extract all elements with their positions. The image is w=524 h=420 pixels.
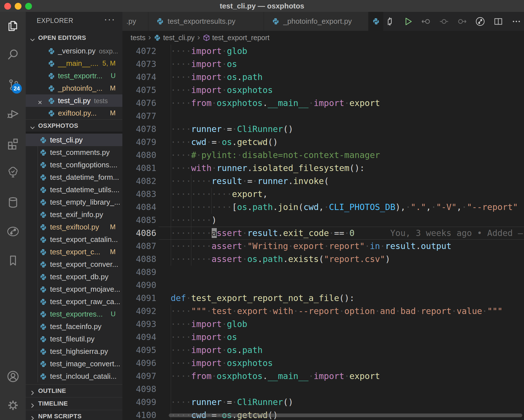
open-editor-item[interactable]: _photoinfo_...M — [26, 82, 122, 94]
code-line[interactable]: 4082········result·=·runner.invoke( — [122, 175, 524, 188]
tree-item[interactable]: test_fileutil.py — [26, 333, 122, 345]
database-icon[interactable] — [7, 196, 20, 209]
code-line[interactable]: 4090 — [122, 279, 524, 292]
tree-item[interactable]: test_image_convert... — [26, 358, 122, 370]
code-line[interactable]: 4095····import·os.path — [122, 344, 524, 357]
tree-item[interactable]: test_export_db.py — [26, 270, 122, 283]
git-graph-icon[interactable] — [7, 225, 20, 238]
tree-item[interactable]: test_export_c...M — [26, 246, 122, 258]
testing-tree-icon[interactable] — [7, 166, 20, 179]
open-editor-item[interactable]: exiftool.py...M — [26, 107, 122, 119]
open-editor-item[interactable]: test_cli.pytests — [26, 94, 122, 107]
code-line[interactable]: 4075····import·osxphotos — [122, 84, 524, 97]
tree-item[interactable]: test_empty_library_... — [26, 196, 122, 208]
tree-item[interactable]: test_configoptions.... — [26, 159, 122, 171]
code-line[interactable]: 4072····import·glob — [122, 45, 524, 58]
open-editors-header[interactable]: OPEN EDITORS — [26, 32, 122, 44]
open-editor-item[interactable]: __main__....5, M — [26, 57, 122, 70]
code-line[interactable]: 4076····from·osxphotos.__main__·import·e… — [122, 97, 524, 110]
code-line[interactable]: 4083············export, — [122, 188, 524, 201]
code-line[interactable]: 4084············[os.path.join(cwd,·CLI_P… — [122, 201, 524, 214]
code-text: ····import·glob — [171, 45, 524, 58]
code-line[interactable]: 4088········assert·os.path.exists("repor… — [122, 253, 524, 266]
section-outline[interactable]: OUTLINE — [26, 384, 122, 397]
explorer-icon[interactable] — [7, 20, 20, 33]
indent-guide — [191, 201, 191, 214]
explorer-more-actions-icon[interactable]: ··· — [104, 14, 115, 25]
extensions-icon[interactable] — [7, 137, 20, 150]
code-line[interactable]: 4089 — [122, 266, 524, 279]
tree-item[interactable]: test_exiftool.pyM — [26, 221, 122, 233]
open-editor-item[interactable]: _version.pyosxp... — [26, 45, 122, 57]
code-line[interactable]: 4096····import·osxphotos — [122, 357, 524, 370]
code-line[interactable]: 4079····cwd·=·os.getcwd() — [122, 136, 524, 149]
bookmarks-icon[interactable] — [7, 254, 20, 267]
indent-guide — [191, 253, 191, 266]
code-line[interactable]: 4074····import·os.path — [122, 71, 524, 84]
line-number: 4077 — [122, 110, 171, 123]
account-icon[interactable] — [7, 370, 20, 383]
code-line[interactable]: 4091def·test_export_report_not_a_file(): — [122, 292, 524, 305]
code-line[interactable]: 4099····runner·=·CliRunner() — [122, 396, 524, 409]
close-icon[interactable] — [37, 98, 43, 104]
code-line[interactable]: 4078····runner·=·CliRunner() — [122, 123, 524, 136]
tree-item[interactable]: test_datetime_utils.... — [26, 183, 122, 196]
python-icon — [40, 136, 47, 144]
tree-item[interactable]: test_export_mojave... — [26, 283, 122, 295]
run-python-file-icon[interactable] — [403, 16, 413, 27]
section-npm-scripts[interactable]: NPM SCRIPTS — [26, 410, 122, 420]
section-timeline[interactable]: TIMELINE — [26, 397, 122, 410]
code-line[interactable]: 4080····#·pylint:·disable=not-context-ma… — [122, 149, 524, 162]
tree-item[interactable]: test_faceinfo.py — [26, 320, 122, 333]
tree-item[interactable]: test_export_catalin... — [26, 233, 122, 246]
tab-photoinfo-export[interactable]: _photoinfo_export.py — [264, 12, 369, 31]
code-line[interactable]: 4086········assert·result.exit_code·==·0… — [122, 227, 524, 240]
source-control-icon[interactable]: 24 — [7, 78, 20, 91]
tree-item[interactable]: test_cli.py — [26, 134, 122, 146]
settings-icon[interactable] — [7, 399, 20, 412]
code-line[interactable]: 4093····import·glob — [122, 318, 524, 331]
python-icon — [48, 85, 55, 92]
more-actions-icon[interactable] — [511, 16, 521, 27]
line-number: 4072 — [122, 45, 171, 58]
nav-forward-icon[interactable] — [457, 16, 467, 27]
breadcrumb-item[interactable]: tests — [131, 34, 146, 42]
open-editor-item[interactable]: test_exportr...U — [26, 70, 122, 82]
tab-truncated[interactable]: .py — [122, 12, 148, 31]
tree-item[interactable]: test_highsierra.py — [26, 345, 122, 358]
run-debug-icon[interactable] — [7, 107, 20, 120]
code-line[interactable]: 4081····with·runner.isolated_filesystem(… — [122, 162, 524, 175]
code-line[interactable]: 4073····import·os — [122, 58, 524, 71]
horizontal-scrollbar[interactable] — [169, 413, 522, 417]
code-line[interactable]: 4094····import·os — [122, 331, 524, 344]
file-label: test_empty_library_... — [50, 196, 120, 208]
breadcrumb-item[interactable]: test_export_report — [203, 34, 270, 42]
code-line[interactable]: 4097····from·osxphotos.__main__·import·e… — [122, 370, 524, 383]
code-line[interactable]: 4085········) — [122, 214, 524, 227]
open-changes-icon[interactable] — [385, 16, 395, 27]
tab-test-exportresults[interactable]: test_exportresults.py — [148, 12, 264, 31]
code-line[interactable]: 4098 — [122, 383, 524, 396]
gitlens-icon[interactable] — [475, 16, 485, 27]
nav-back-icon[interactable] — [421, 16, 431, 27]
breadcrumb-item[interactable]: test_cli.py — [154, 34, 194, 42]
tab-test-cli-active[interactable] — [369, 12, 383, 31]
tree-item[interactable]: test_exif_info.py — [26, 208, 122, 221]
nav-circle-icon[interactable] — [439, 16, 449, 27]
file-label: test_exif_info.py — [50, 208, 103, 221]
code-line[interactable]: 4077 — [122, 110, 524, 123]
tree-item[interactable]: test_export_raw_ca... — [26, 295, 122, 308]
tree-item[interactable]: test_comments.py — [26, 146, 122, 159]
tree-item[interactable]: test_datetime_form... — [26, 171, 122, 183]
code-line[interactable]: 4092····"""·test·export·with·--report·op… — [122, 305, 524, 318]
project-section-header[interactable]: OSXPHOTOS — [26, 119, 122, 132]
code-editor[interactable]: 4072····import·glob4073····import·os4074… — [122, 45, 524, 420]
tree-item[interactable]: test_export_conver... — [26, 258, 122, 270]
tree-item[interactable]: test_incloud_catali... — [26, 370, 122, 382]
split-editor-icon[interactable] — [493, 16, 503, 27]
tree-item[interactable]: test_exportres...U — [26, 308, 122, 320]
search-icon[interactable] — [7, 48, 20, 61]
source-control-badge: 24 — [12, 83, 22, 94]
code-line[interactable]: 4087········assert·"Writing·export·repor… — [122, 240, 524, 253]
code-text: ············export, — [171, 188, 524, 201]
